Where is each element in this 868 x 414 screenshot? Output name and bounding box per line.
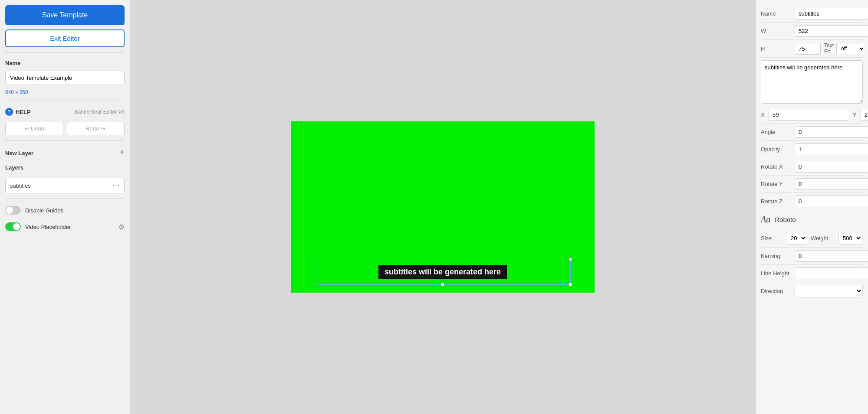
- disable-guides-toggle[interactable]: [5, 206, 21, 215]
- undo-label: Undo: [31, 125, 44, 132]
- angle-prop-input[interactable]: [795, 126, 868, 138]
- canvas-area: subtitles will be generated here: [130, 0, 755, 414]
- x-group: X: [761, 109, 849, 121]
- weight-label: Weight: [811, 235, 835, 241]
- rotate-z-prop-label: Rotate Z: [761, 198, 791, 205]
- redo-label: Redo: [85, 125, 99, 132]
- rotate-z-prop-input[interactable]: [795, 196, 868, 207]
- help-row: ? HELP Bannerbear Editor V3: [5, 106, 125, 117]
- x-label: X: [761, 111, 767, 118]
- angle-prop-row: Angle: [761, 124, 863, 141]
- kerning-prop-row: Kerning: [761, 248, 863, 265]
- redo-arrow-icon: ↪: [101, 125, 105, 132]
- direction-select[interactable]: ltr rtl: [795, 285, 863, 297]
- rotate-x-prop-row: Rotate X: [761, 158, 863, 176]
- kerning-prop-input[interactable]: [795, 250, 868, 262]
- rotate-y-prop-label: Rotate Y: [761, 181, 791, 187]
- name-prop-input[interactable]: [795, 8, 868, 20]
- opacity-prop-row: Opacity: [761, 141, 863, 158]
- right-panel: Name W H Text Fit off shrink resize ⓘ su…: [755, 0, 868, 414]
- name-prop-row: Name: [761, 5, 863, 23]
- name-prop-label: Name: [761, 10, 791, 17]
- save-template-button[interactable]: Save Template: [5, 5, 125, 25]
- size-select[interactable]: 20: [786, 232, 807, 244]
- divider-1: [5, 52, 125, 53]
- divider-3: [5, 140, 125, 141]
- rotate-z-prop-row: Rotate Z: [761, 193, 863, 210]
- video-placeholder-label: Video Placeholder: [25, 224, 71, 230]
- opacity-prop-label: Opacity: [761, 146, 791, 153]
- y-input[interactable]: [861, 109, 868, 121]
- font-name: Roboto: [775, 216, 796, 223]
- font-icon: Aa: [761, 215, 770, 225]
- size-weight-row: Size 20 Weight 500: [761, 229, 863, 248]
- text-fit-label: Text Fit: [824, 42, 834, 55]
- h-prop-row: H Text Fit off shrink resize ⓘ: [761, 40, 863, 58]
- layer-name: subtitles: [10, 183, 31, 189]
- text-fit-select[interactable]: off shrink resize: [836, 43, 865, 54]
- help-icon: ?: [5, 108, 13, 116]
- divider-2: [5, 101, 125, 101]
- divider-4: [5, 199, 125, 199]
- h-prop-label: H: [761, 46, 791, 52]
- green-canvas: subtitles will be generated here: [291, 121, 595, 293]
- line-height-prop-input[interactable]: [795, 267, 868, 279]
- opacity-prop-input[interactable]: [795, 143, 868, 155]
- undo-redo-row: ↩ Undo Redo ↪: [5, 122, 125, 135]
- w-prop-label: W: [761, 28, 791, 34]
- rotate-x-prop-input[interactable]: [795, 161, 868, 173]
- resize-handle-bm[interactable]: [441, 283, 444, 286]
- add-layer-button[interactable]: +: [119, 148, 125, 156]
- text-fit-row: Text Fit off shrink resize ⓘ: [824, 42, 868, 55]
- subtitle-selection-box[interactable]: subtitles will be generated here: [315, 259, 571, 285]
- h-prop-input[interactable]: [795, 43, 821, 55]
- weight-select[interactable]: 500: [838, 232, 862, 244]
- rotate-y-prop-row: Rotate Y: [761, 176, 863, 193]
- template-name-input[interactable]: [5, 71, 125, 85]
- left-panel: Save Template Exit Editor Name 640 x 360…: [0, 0, 130, 414]
- font-row: Aa Roboto: [761, 210, 863, 229]
- w-prop-input[interactable]: [795, 25, 868, 37]
- undo-button[interactable]: ↩ Undo: [5, 122, 63, 135]
- direction-label: Direction: [761, 288, 791, 294]
- new-layer-label: New Layer: [5, 150, 33, 156]
- help-label: HELP: [16, 109, 31, 115]
- rotate-x-prop-label: Rotate X: [761, 163, 791, 170]
- disable-guides-label: Disable Guides: [25, 207, 63, 214]
- video-placeholder-toggle[interactable]: [5, 222, 21, 231]
- dimension-link[interactable]: 640 x 360: [5, 89, 125, 95]
- direction-row: Direction ltr rtl: [761, 282, 863, 300]
- redo-button[interactable]: Redo ↪: [67, 122, 125, 135]
- line-height-prop-row: Line Height: [761, 265, 863, 282]
- disable-guides-row: Disable Guides: [5, 204, 125, 216]
- help-left: ? HELP: [5, 108, 31, 116]
- layer-options-button[interactable]: ···: [113, 182, 120, 189]
- resize-handle-tr[interactable]: [569, 258, 572, 261]
- layers-label: Layers: [5, 164, 125, 171]
- xy-row: X Y: [761, 106, 863, 124]
- layer-subtitles[interactable]: subtitles ···: [5, 178, 125, 193]
- bannerbear-label: Bannerbear Editor V3: [75, 109, 125, 115]
- angle-prop-label: Angle: [761, 129, 791, 135]
- video-placeholder-settings-button[interactable]: ⚙: [118, 223, 125, 231]
- canvas-wrapper: subtitles will be generated here: [291, 121, 595, 293]
- resize-handle-br[interactable]: [569, 283, 572, 286]
- x-input[interactable]: [769, 109, 849, 121]
- kerning-prop-label: Kerning: [761, 253, 791, 259]
- line-height-prop-label: Line Height: [761, 270, 791, 277]
- size-label: Size: [761, 235, 783, 241]
- y-group: Y: [853, 109, 868, 121]
- exit-editor-button[interactable]: Exit Editor: [5, 29, 125, 47]
- name-section-label: Name: [5, 60, 125, 66]
- rotate-y-prop-input[interactable]: [795, 178, 868, 190]
- video-placeholder-toggle-row: Video Placeholder: [5, 221, 118, 233]
- w-prop-row: W: [761, 23, 863, 40]
- subtitle-text-textarea[interactable]: subtitles will be generated here: [761, 60, 863, 104]
- new-layer-row: New Layer +: [5, 146, 125, 158]
- undo-arrow-icon: ↩: [24, 125, 29, 132]
- y-label: Y: [853, 111, 859, 118]
- video-placeholder-row: Video Placeholder ⚙: [5, 221, 125, 233]
- subtitle-text: subtitles will be generated here: [378, 265, 507, 279]
